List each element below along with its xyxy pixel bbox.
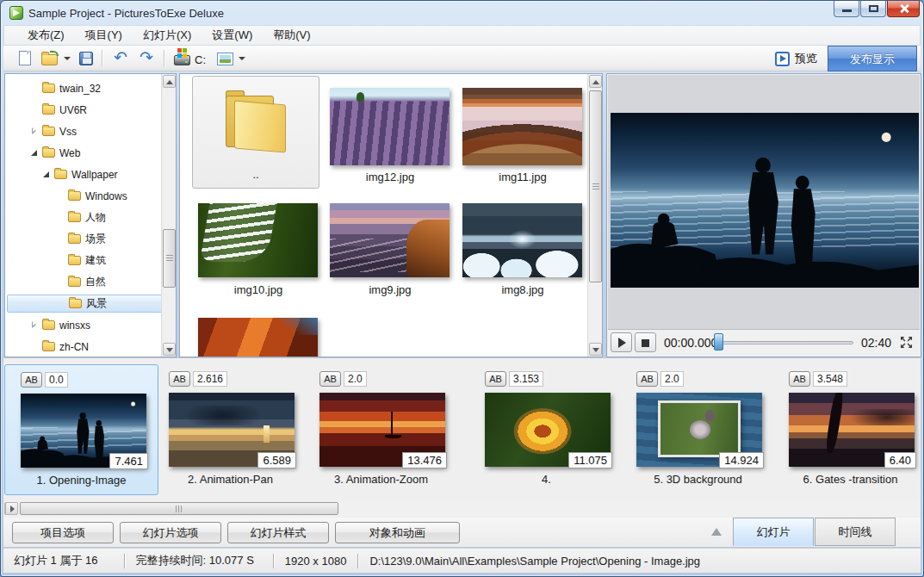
file-name[interactable]: img12.jpg: [330, 171, 450, 183]
tree-item-scene[interactable]: 场景: [7, 230, 106, 248]
slide-3[interactable]: AB 2.0 13.476 3. Animation-Zoom: [304, 364, 458, 495]
slide-name[interactable]: 4.: [469, 473, 623, 486]
tree-item-vss[interactable]: Vss: [7, 122, 77, 140]
slide-thumbnail[interactable]: 7.461: [21, 394, 146, 468]
file-thumbnail-img11[interactable]: [462, 88, 582, 165]
tree-scrollbar-thumb[interactable]: [163, 229, 176, 288]
view-dropdown-caret[interactable]: [239, 57, 245, 60]
transition-time[interactable]: 2.0: [344, 371, 367, 387]
file-thumbnail-img12[interactable]: [330, 88, 450, 165]
ab-transition-button[interactable]: AB: [169, 371, 190, 387]
redo-button[interactable]: [136, 48, 157, 69]
transition-time[interactable]: 0.0: [45, 372, 68, 388]
slide-name[interactable]: 1. Opening-Image: [5, 474, 158, 487]
slide-thumbnail[interactable]: 6.40: [789, 393, 915, 467]
fullscreen-button[interactable]: [899, 335, 914, 350]
expander-expanded-icon[interactable]: [41, 169, 53, 180]
file-thumbnail-img10[interactable]: [198, 203, 318, 277]
tree-item-people[interactable]: 人物: [7, 208, 106, 226]
project-options-button[interactable]: 项目选项: [12, 522, 114, 543]
slide-name[interactable]: 3. Animation-Zoom: [304, 473, 458, 486]
transition-time[interactable]: 2.0: [660, 371, 684, 387]
preview-button[interactable]: 预览: [775, 51, 817, 66]
close-button[interactable]: [887, 1, 920, 17]
tree-item-winsxs[interactable]: winsxs: [7, 316, 90, 334]
browser-scrollbar[interactable]: [587, 74, 602, 357]
ab-transition-button[interactable]: AB: [485, 371, 506, 387]
tree-item-twain32[interactable]: twain_32: [7, 79, 101, 97]
file-thumbnail-partial[interactable]: [198, 318, 318, 357]
slide-thumbnail[interactable]: 6.589: [169, 393, 295, 467]
file-thumbnail-img8[interactable]: [462, 203, 582, 277]
open-dropdown-caret[interactable]: [64, 57, 71, 60]
ab-transition-button[interactable]: AB: [789, 371, 810, 387]
tree-item-architecture[interactable]: 建筑: [7, 251, 106, 270]
minimize-button[interactable]: [834, 1, 859, 17]
collapse-panel-icon[interactable]: [711, 528, 722, 536]
expander-expanded-icon[interactable]: [29, 147, 40, 158]
slide-styles-button[interactable]: 幻灯片样式: [227, 522, 329, 543]
menu-help[interactable]: 帮助(V): [264, 25, 319, 46]
slide-name[interactable]: 5. 3D background: [621, 473, 775, 486]
stop-button[interactable]: [635, 332, 656, 352]
new-project-button[interactable]: [16, 48, 36, 69]
scroll-up-button[interactable]: [163, 75, 176, 88]
slide-name[interactable]: 2. Animation-Pan: [153, 473, 307, 486]
expander-collapsed-icon[interactable]: [29, 320, 40, 331]
file-name[interactable]: img11.jpg: [462, 171, 583, 183]
ab-transition-button[interactable]: AB: [21, 372, 42, 388]
slide-thumbnail[interactable]: 13.476: [319, 393, 445, 467]
file-thumbnail-img9[interactable]: [330, 203, 450, 277]
ab-transition-button[interactable]: AB: [319, 371, 341, 387]
open-project-button[interactable]: [40, 48, 60, 69]
publish-show-button[interactable]: 发布显示: [828, 46, 917, 71]
slide-2[interactable]: AB 2.616 6.589 2. Animation-Pan: [153, 364, 307, 495]
scroll-right-button[interactable]: [5, 502, 18, 515]
slide-4[interactable]: AB 3.153 11.075 4.: [469, 364, 623, 495]
slide-thumbnail[interactable]: 14.924: [636, 393, 762, 467]
save-button[interactable]: [76, 48, 96, 69]
tree-item-nature[interactable]: 自然: [7, 273, 106, 291]
seek-slider-thumb[interactable]: [714, 333, 723, 351]
scroll-up-button[interactable]: [589, 75, 602, 88]
tree-item-zhcn[interactable]: zh-CN: [7, 338, 89, 356]
expander-collapsed-icon[interactable]: [29, 126, 40, 137]
seek-slider-track[interactable]: [717, 341, 853, 344]
menu-publish[interactable]: 发布(Z): [18, 25, 74, 46]
slide-1[interactable]: AB 0.0 7.46: [4, 364, 158, 495]
slide-5[interactable]: AB 2.0 14.924 5. 3D background: [621, 364, 775, 495]
file-name[interactable]: img10.jpg: [198, 283, 319, 296]
tree-item-web[interactable]: Web: [7, 144, 80, 162]
objects-animation-button[interactable]: 对象和动画: [335, 522, 460, 543]
tree-scrollbar[interactable]: [161, 74, 176, 357]
browser-scrollbar-thumb[interactable]: [589, 90, 602, 282]
ab-transition-button[interactable]: AB: [636, 371, 658, 387]
transition-time[interactable]: 2.616: [193, 371, 227, 387]
scroll-down-button[interactable]: [163, 343, 176, 356]
undo-button[interactable]: [110, 48, 131, 69]
transition-time[interactable]: 3.153: [509, 371, 543, 387]
slide-options-button[interactable]: 幻灯片选项: [120, 522, 221, 543]
view-mode-button[interactable]: [215, 48, 236, 69]
file-name[interactable]: img9.jpg: [330, 283, 450, 296]
transition-time[interactable]: 3.548: [813, 371, 847, 387]
menu-slide[interactable]: 幻灯片(X): [133, 25, 201, 46]
play-button[interactable]: [611, 332, 632, 352]
parent-folder-tile[interactable]: ..: [192, 76, 319, 189]
tree-item-landscape-selected[interactable]: 风景: [7, 295, 164, 313]
tree-item-windows[interactable]: Windows: [7, 187, 127, 205]
menu-project[interactable]: 项目(Y): [76, 25, 132, 46]
drive-select-button[interactable]: [172, 48, 193, 69]
tab-slides[interactable]: 幻灯片: [733, 518, 814, 546]
title-bar[interactable]: Sample Project - PicturesToExe Deluxe: [1, 1, 923, 25]
timeline-scrollbar[interactable]: [4, 501, 920, 516]
menu-settings[interactable]: 设置(W): [202, 25, 262, 46]
slide-name[interactable]: 6. Gates -transition: [773, 473, 924, 486]
timeline-scrollbar-thumb[interactable]: [20, 502, 338, 515]
slide-thumbnail[interactable]: 11.075: [485, 393, 611, 467]
scroll-down-button[interactable]: [589, 343, 602, 356]
tree-item-uv6r[interactable]: UV6R: [7, 101, 87, 119]
tree-item-wallpaper[interactable]: Wallpaper: [7, 165, 118, 183]
tab-timeline[interactable]: 时间线: [815, 518, 896, 546]
maximize-button[interactable]: [860, 1, 886, 17]
